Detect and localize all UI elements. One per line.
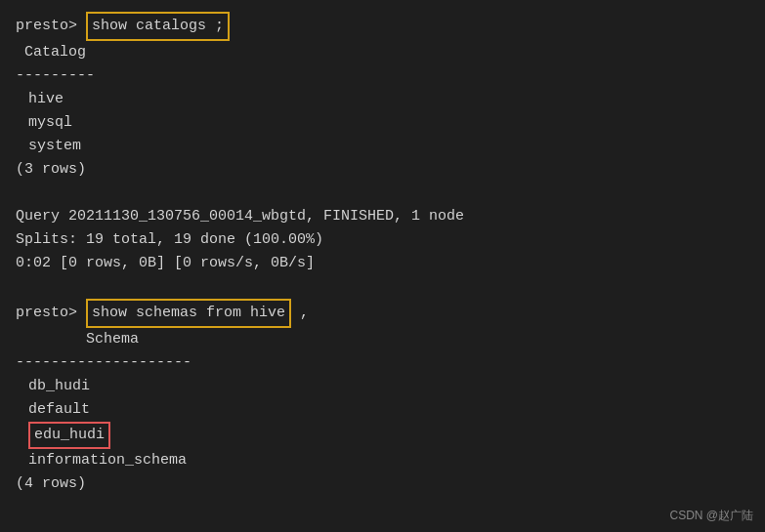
line-timing: 0:02 [0 rows, 0B] [0 rows/s, 0B/s] — [16, 252, 749, 275]
schema-db-hudi: db_hudi — [16, 375, 90, 398]
separator-2: -------------------- — [16, 351, 191, 375]
line-separator-1: --------- — [16, 64, 749, 88]
schema-information-schema: information_schema — [16, 449, 187, 472]
schema-header-text: Schema — [16, 328, 139, 351]
line-mysql: mysql — [16, 111, 749, 135]
line-catalog-header: Catalog — [16, 41, 749, 64]
terminal: presto> show catalogs ; Catalog --------… — [0, 0, 765, 532]
command-suffix: , — [291, 302, 309, 325]
catalog-mysql: mysql — [16, 111, 72, 135]
line-db-hudi: db_hudi — [16, 375, 749, 398]
schema-edu-hudi: edu_hudi — [16, 422, 110, 449]
query-id-text: Query 20211130_130756_00014_wbgtd, FINIS… — [16, 205, 464, 228]
line-info-schema: information_schema — [16, 449, 749, 472]
line-3rows: (3 rows) — [16, 158, 749, 182]
edu-hudi-highlight: edu_hudi — [28, 422, 110, 449]
line-edu-hudi: edu_hudi — [16, 422, 749, 449]
command-show-catalogs: show catalogs ; — [86, 12, 230, 41]
line-1: presto> show catalogs ; — [16, 12, 749, 41]
watermark-text: CSDN @赵广陆 — [669, 509, 753, 522]
line-schema-header: Schema — [16, 328, 749, 351]
timing-text: 0:02 [0 rows, 0B] [0 rows/s, 0B/s] — [16, 252, 315, 275]
rows-count-1: (3 rows) — [16, 158, 86, 182]
line-separator-2: -------------------- — [16, 351, 749, 375]
line-hive: hive — [16, 88, 749, 111]
line-4rows: (4 rows) — [16, 472, 749, 496]
catalog-header-text: Catalog — [16, 41, 86, 64]
catalog-system: system — [16, 135, 81, 158]
catalog-hive: hive — [16, 88, 64, 111]
splits-text: Splits: 19 total, 19 done (100.00%) — [16, 228, 323, 252]
prompt-2: presto> — [16, 302, 86, 325]
rows-count-2: (4 rows) — [16, 472, 86, 496]
schema-default: default — [16, 398, 90, 422]
command-show-schemas: show schemas from hive — [86, 299, 291, 328]
line-show-schemas: presto> show schemas from hive , — [16, 299, 749, 328]
blank-2 — [16, 275, 749, 299]
line-splits: Splits: 19 total, 19 done (100.00%) — [16, 228, 749, 252]
line-default: default — [16, 398, 749, 422]
line-query-id: Query 20211130_130756_00014_wbgtd, FINIS… — [16, 205, 749, 228]
watermark: CSDN @赵广陆 — [669, 508, 753, 524]
blank-1 — [16, 182, 749, 205]
prompt-1: presto> — [16, 15, 86, 38]
line-system: system — [16, 135, 749, 158]
separator-1: --------- — [16, 64, 95, 88]
